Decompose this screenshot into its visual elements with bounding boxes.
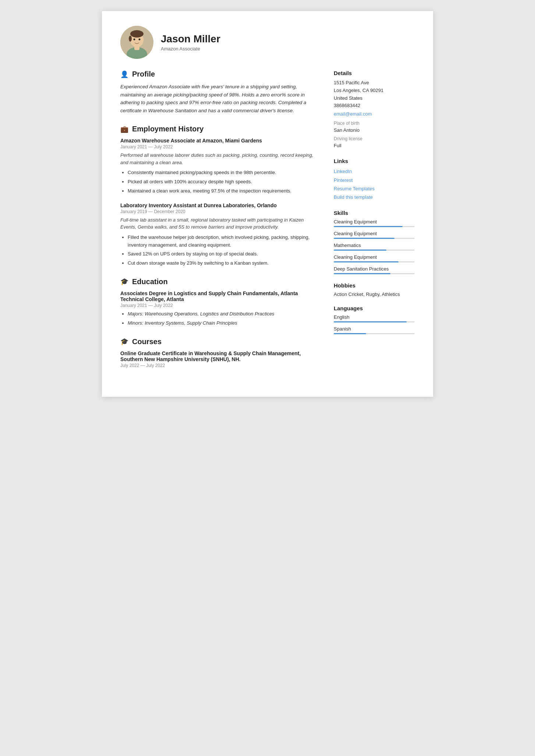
skill-bar-bg-2 xyxy=(334,238,415,239)
employment-section-title: 💼 Employment History xyxy=(120,125,319,133)
skill-bar-fill-5 xyxy=(334,273,390,274)
lang-bar-bg-1 xyxy=(334,321,415,322)
lang-item-2: Spanish xyxy=(334,326,415,334)
languages-section: Languages English Spanish xyxy=(334,305,415,334)
place-of-birth: San Antonio xyxy=(334,127,415,134)
address-line3: United States xyxy=(334,95,415,102)
skill-bar-bg-4 xyxy=(334,261,415,262)
bullet-item: Maintained a clean work area, meeting 97… xyxy=(128,187,319,195)
skill-bar-fill-1 xyxy=(334,226,403,227)
bullet-item: Majors: Warehousing Operations, Logistic… xyxy=(128,310,319,318)
skills-section: Skills Cleaning Equipment Cleaning Equip… xyxy=(334,210,415,274)
courses-icon: 🎓 xyxy=(120,338,128,346)
details-section: Details 1515 Pacific Ave Los Angeles, CA… xyxy=(334,70,415,150)
profile-icon: 👤 xyxy=(120,70,128,78)
course-dates-1: July 2022 — July 2022 xyxy=(120,363,319,368)
candidate-name: Jason Miller xyxy=(161,33,220,45)
hobbies-section: Hobbies Action Cricket, Rugby, Athletics xyxy=(334,282,415,297)
driving-license-label: Driving license xyxy=(334,136,415,141)
avatar xyxy=(120,26,153,59)
skill-name-2: Cleaning Equipment xyxy=(334,231,415,236)
details-title: Details xyxy=(334,70,415,76)
skill-item-5: Deep Sanitation Practices xyxy=(334,266,415,274)
bullet-item: Consistently maintained picking/packing … xyxy=(128,169,319,177)
skill-bar-bg-3 xyxy=(334,250,415,251)
skill-name-1: Cleaning Equipment xyxy=(334,219,415,225)
bullet-item: Minors: Inventory Systems, Supply Chain … xyxy=(128,319,319,327)
lang-bar-fill-1 xyxy=(334,321,407,322)
job-desc-1: Performed all warehouse laborer duties s… xyxy=(120,152,319,166)
skill-name-5: Deep Sanitation Practices xyxy=(334,266,415,272)
lang-name-1: English xyxy=(334,314,415,320)
edu-dates-1: January 2021 — July 2022 xyxy=(120,303,319,308)
education-icon: 🎓 xyxy=(120,278,128,286)
bullet-item: Picked all orders with 100% accuracy des… xyxy=(128,178,319,186)
place-of-birth-label: Place of birth xyxy=(334,121,415,126)
job-title-2: Laboratory Inventory Assistant at Dunrea… xyxy=(120,202,319,208)
edu-bullets-1: Majors: Warehousing Operations, Logistic… xyxy=(120,310,319,327)
skill-item-3: Mathematics xyxy=(334,243,415,251)
address-line1: 1515 Pacific Ave xyxy=(334,79,415,87)
skill-item-2: Cleaning Equipment xyxy=(334,231,415,239)
job-dates-2: January 2019 — December 2020 xyxy=(120,209,319,214)
address-line2: Los Angeles, CA 90291 xyxy=(334,87,415,95)
profile-section-title: 👤 Profile xyxy=(120,70,319,78)
svg-point-5 xyxy=(129,36,132,42)
phone: 3868683442 xyxy=(334,102,415,110)
link-pinterest[interactable]: Pinterest xyxy=(334,176,415,184)
employment-section: 💼 Employment History Amazon Warehouse As… xyxy=(120,125,319,267)
profile-section: 👤 Profile Experienced Amazon Associate w… xyxy=(120,70,319,114)
profile-text: Experienced Amazon Associate with five y… xyxy=(120,83,319,114)
skill-item-1: Cleaning Equipment xyxy=(334,219,415,227)
skill-bar-bg-5 xyxy=(334,273,415,274)
languages-title: Languages xyxy=(334,305,415,311)
course-entry-1: Online Graduate Certificate in Warehousi… xyxy=(120,350,319,368)
course-title-1: Online Graduate Certificate in Warehousi… xyxy=(120,350,319,362)
svg-point-7 xyxy=(139,39,141,40)
left-column: 👤 Profile Experienced Amazon Associate w… xyxy=(120,70,319,378)
job-entry-1: Amazon Warehouse Associate at Amazon, Mi… xyxy=(120,138,319,195)
link-resume-templates[interactable]: Resume Templates xyxy=(334,184,415,193)
resume-page: Jason Miller Amazon Associate 👤 Profile … xyxy=(102,11,433,397)
link-linkedin[interactable]: LinkedIn xyxy=(334,167,415,176)
bullet-item: Cut down storage waste by 23% by switchi… xyxy=(128,259,319,267)
driving-license: Full xyxy=(334,142,415,150)
bullet-item: Filled the warehouse helper job descript… xyxy=(128,234,319,249)
svg-point-6 xyxy=(134,39,135,40)
employment-icon: 💼 xyxy=(120,125,128,133)
education-section: 🎓 Education Associates Degree in Logisti… xyxy=(120,278,319,327)
skill-item-4: Cleaning Equipment xyxy=(334,254,415,262)
skill-bar-fill-3 xyxy=(334,250,386,251)
lang-bar-fill-2 xyxy=(334,333,366,334)
courses-section-title: 🎓 Courses xyxy=(120,338,319,346)
email-link[interactable]: email@email.com xyxy=(334,110,415,118)
bullet-item: Saved 12% on UPS orders by staying on to… xyxy=(128,250,319,258)
skill-bar-bg-1 xyxy=(334,226,415,227)
skill-bar-fill-2 xyxy=(334,238,394,239)
courses-section: 🎓 Courses Online Graduate Certificate in… xyxy=(120,338,319,368)
lang-bar-bg-2 xyxy=(334,333,415,334)
job-bullets-2: Filled the warehouse helper job descript… xyxy=(120,234,319,267)
skills-title: Skills xyxy=(334,210,415,216)
link-build-template[interactable]: Build this template xyxy=(334,193,415,201)
lang-item-1: English xyxy=(334,314,415,322)
resume-header: Jason Miller Amazon Associate xyxy=(120,26,415,59)
hobbies-text: Action Cricket, Rugby, Athletics xyxy=(334,292,415,297)
links-section: Links LinkedIn Pinterest Resume Template… xyxy=(334,158,415,202)
skill-bar-fill-4 xyxy=(334,261,398,262)
edu-entry-1: Associates Degree in Logistics and Suppl… xyxy=(120,290,319,327)
job-bullets-1: Consistently maintained picking/packing … xyxy=(120,169,319,195)
skill-name-4: Cleaning Equipment xyxy=(334,254,415,260)
lang-name-2: Spanish xyxy=(334,326,415,332)
header-text: Jason Miller Amazon Associate xyxy=(161,33,220,52)
job-title-1: Amazon Warehouse Associate at Amazon, Mi… xyxy=(120,138,319,144)
candidate-subtitle: Amazon Associate xyxy=(161,46,220,52)
skill-name-3: Mathematics xyxy=(334,243,415,248)
job-dates-1: January 2021 — July 2022 xyxy=(120,144,319,149)
right-column: Details 1515 Pacific Ave Los Angeles, CA… xyxy=(334,70,415,378)
hobbies-title: Hobbies xyxy=(334,282,415,289)
links-title: Links xyxy=(334,158,415,164)
job-desc-2: Full-time lab assistant in a small, regi… xyxy=(120,216,319,231)
svg-point-4 xyxy=(130,30,144,38)
job-entry-2: Laboratory Inventory Assistant at Dunrea… xyxy=(120,202,319,267)
